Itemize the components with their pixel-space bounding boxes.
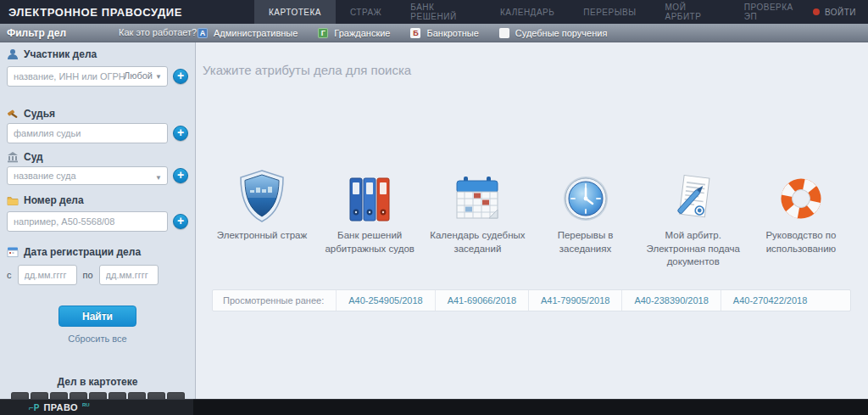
add-case-number-button[interactable]: +: [173, 214, 188, 229]
date-to-wrap: [99, 265, 159, 285]
recently-viewed-label: Просмотренные ранее:: [213, 290, 336, 311]
service-user-guide[interactable]: Руководство по использованию: [751, 170, 851, 269]
date-from-input[interactable]: [19, 266, 76, 284]
document-pen-icon: [670, 173, 717, 222]
administrative-letter-icon: А: [198, 28, 208, 38]
page-title: Укажите атрибуты дела для поиска: [203, 63, 411, 77]
filter-administrative[interactable]: А Административные: [198, 28, 298, 38]
nav-proverka-ep[interactable]: ПРОВЕРКА ЭП: [730, 0, 813, 24]
pravo-logo-icon: ⌐P: [29, 403, 40, 412]
court-section-label: Суд: [7, 151, 188, 163]
search-filter-sidebar: Участник дела Любой ▼ + Судья: [0, 42, 196, 399]
reg-date-section-label: Дата регистрации дела: [7, 246, 188, 258]
person-icon: [7, 48, 19, 60]
court-select[interactable]: [8, 167, 167, 184]
calendar-small-icon: [7, 246, 19, 258]
pravo-ru-logo[interactable]: ⌐P ПРАВО RU: [0, 399, 193, 415]
reset-all-link[interactable]: Сбросить все: [7, 334, 188, 344]
service-decisions-bank[interactable]: Банк решений арбитражных судов: [320, 170, 420, 269]
main-content: Укажите атрибуты дела для поиска: [196, 42, 868, 399]
chevron-down-icon: ▼: [155, 174, 162, 182]
service-hearing-breaks[interactable]: Перерывы в заседаниях: [536, 170, 636, 269]
filter-court-orders[interactable]: Судебные поручения: [499, 28, 608, 38]
login-label: ВОЙТИ: [825, 8, 856, 17]
service-hearings-calendar[interactable]: Календарь судебных заседаний: [427, 170, 527, 269]
civil-letter-icon: Г: [318, 28, 328, 38]
participant-input-wrap: Любой ▼: [7, 66, 168, 87]
binders-icon: [348, 175, 392, 222]
date-from-wrap: [18, 265, 77, 285]
add-court-button[interactable]: +: [173, 168, 188, 183]
service-electronic-guard[interactable]: Электронный страж: [212, 170, 312, 269]
footer-spacer: [193, 399, 868, 415]
bankruptcy-letter-icon: Б: [410, 28, 420, 38]
nav-pereryvy[interactable]: ПЕРЕРЫВЫ: [569, 0, 650, 24]
nav-strazh[interactable]: СТРАЖ: [336, 0, 396, 24]
filter-title: Фильтр дел: [7, 27, 66, 39]
filter-label: Гражданские: [334, 28, 390, 38]
recent-case-link[interactable]: А40-270422/2018: [721, 290, 819, 311]
nav-kartoteka[interactable]: КАРТОТЕКА: [254, 0, 336, 24]
case-category-filters: А Административные Г Гражданские Б Банкр…: [198, 24, 607, 42]
calendar-icon: [453, 175, 501, 222]
recent-case-link[interactable]: А41-69066/2018: [435, 290, 528, 311]
recent-case-link[interactable]: А40-238390/2018: [621, 290, 720, 311]
filter-label: Судебные поручения: [515, 28, 608, 38]
service-my-arbitr-filing[interactable]: Мой арбитр. Электронная подача документо…: [643, 170, 743, 269]
filter-bankruptcy[interactable]: Б Банкротные: [410, 28, 478, 38]
clock-icon: [562, 175, 609, 222]
lifebuoy-icon: [777, 175, 825, 222]
app-window: ЭЛЕКТРОННОЕ ПРАВОСУДИЕ КАРТОТЕКА СТРАЖ Б…: [0, 0, 868, 415]
shield-icon: [238, 170, 286, 222]
top-bar: ЭЛЕКТРОННОЕ ПРАВОСУДИЕ КАРТОТЕКА СТРАЖ Б…: [0, 0, 868, 24]
case-number-input-wrap: [7, 211, 168, 232]
nav-kalendar[interactable]: КАЛЕНДАРЬ: [486, 0, 569, 24]
judge-section-label: Судья: [7, 108, 188, 120]
filter-label: Банкротные: [426, 28, 478, 38]
date-from-label: с: [7, 270, 12, 280]
case-counter-label: Дел в картотеке: [7, 376, 188, 388]
filter-label: Административные: [214, 28, 298, 38]
participant-type-select[interactable]: Любой ▼: [124, 70, 162, 81]
how-it-works-link[interactable]: Как это работает?: [119, 27, 197, 37]
nav-moy-arbitr[interactable]: МОЙ АРБИТР: [651, 0, 730, 24]
recent-case-link[interactable]: А40-254905/2018: [336, 290, 434, 311]
checkbox-icon: [499, 28, 509, 38]
court-select-caret[interactable]: ▼: [155, 171, 162, 182]
judge-input[interactable]: [8, 124, 167, 143]
add-judge-button[interactable]: +: [173, 126, 188, 141]
footer: ⌐P ПРАВО RU: [0, 399, 868, 415]
filter-civil[interactable]: Г Гражданские: [318, 28, 390, 38]
date-to-input[interactable]: [100, 266, 158, 284]
recent-case-link[interactable]: А41-79905/2018: [528, 290, 621, 311]
login-status-icon: [813, 8, 820, 15]
brand-title: ЭЛЕКТРОННОЕ ПРАВОСУДИЕ: [0, 0, 254, 24]
add-participant-button[interactable]: +: [173, 69, 188, 84]
court-select-wrap: ▼: [7, 166, 168, 185]
judge-input-wrap: [7, 123, 168, 143]
case-number-section-label: Номер дела: [7, 194, 188, 206]
folder-icon: [7, 194, 19, 206]
services-row: Электронный страж Банк решений а: [212, 170, 851, 269]
date-to-label: по: [83, 270, 93, 280]
recently-viewed-bar: Просмотренные ранее: А40-254905/2018 А41…: [212, 289, 851, 311]
participant-section-label: Участник дела: [7, 48, 188, 60]
login-button[interactable]: ВОЙТИ: [813, 0, 868, 24]
chevron-down-icon: ▼: [155, 73, 162, 81]
nav-bank-resheniy[interactable]: БАНК РЕШЕНИЙ: [396, 0, 486, 24]
case-number-input[interactable]: [8, 212, 167, 231]
building-icon: [7, 151, 19, 163]
filter-bar: Фильтр дел Как это работает? А Администр…: [0, 24, 868, 42]
search-button[interactable]: Найти: [58, 306, 136, 327]
gavel-icon: [7, 108, 19, 120]
top-nav: КАРТОТЕКА СТРАЖ БАНК РЕШЕНИЙ КАЛЕНДАРЬ П…: [254, 0, 813, 24]
